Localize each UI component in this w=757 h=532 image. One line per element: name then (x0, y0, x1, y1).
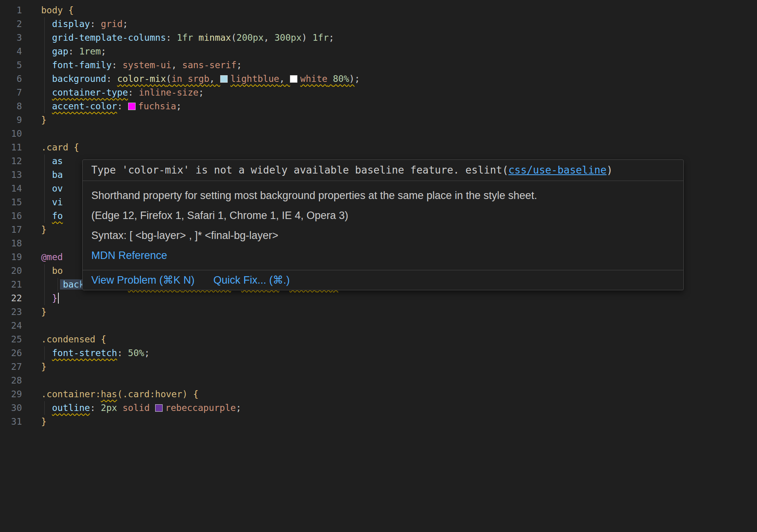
code-token: ba (52, 170, 63, 180)
code-line[interactable]: 23} (0, 305, 757, 319)
line-number: 17 (0, 223, 22, 237)
code-token: gap (52, 46, 69, 56)
code-token (41, 348, 52, 358)
line-content[interactable]: gap: 1rem; (41, 45, 106, 58)
code-token: font-stretch (52, 348, 117, 358)
code-token: lightblue (230, 74, 279, 84)
code-line[interactable]: 28 (0, 374, 757, 387)
line-content[interactable]: font-stretch: 50%; (41, 346, 150, 360)
code-line[interactable]: 27} (0, 360, 757, 374)
mdn-reference-link[interactable]: MDN Reference (91, 250, 167, 261)
color-swatch[interactable] (290, 75, 297, 83)
line-content[interactable]: } (41, 305, 47, 319)
line-number: 10 (0, 127, 22, 141)
code-token: : (112, 60, 123, 70)
code-token: accent-color (52, 101, 117, 111)
code-token: : (90, 19, 101, 29)
color-swatch[interactable] (128, 103, 136, 110)
indent-guide (44, 17, 45, 31)
code-token: color-mix (117, 74, 166, 84)
code-token (41, 87, 52, 98)
code-token: grid-template-columns (52, 33, 166, 43)
code-line[interactable]: 11.card { (0, 141, 757, 154)
indent-guide (44, 401, 45, 415)
line-content[interactable]: ba (41, 168, 63, 182)
line-content[interactable]: } (41, 291, 59, 305)
code-line[interactable]: 3 grid-template-columns: 1fr minmax(200p… (0, 31, 757, 45)
code-line[interactable]: 4 gap: 1rem; (0, 45, 757, 58)
line-content[interactable]: @med (41, 250, 63, 264)
indent-guide (44, 31, 45, 45)
diagnostic-text-close: ) (607, 164, 613, 176)
code-line[interactable]: 25.condensed { (0, 333, 757, 346)
code-line[interactable]: 1body { (0, 4, 757, 17)
code-token: 2px (101, 403, 117, 413)
code-token: : (90, 403, 101, 413)
line-content[interactable]: outline: 2px solid rebeccapurple; (41, 401, 241, 415)
code-token: in srgb (171, 74, 209, 84)
line-content[interactable]: } (41, 360, 47, 374)
code-token: } (41, 115, 47, 125)
line-content[interactable]: ov (41, 182, 63, 195)
code-token: : (166, 33, 177, 43)
code-token (193, 33, 199, 43)
line-content[interactable]: } (41, 223, 47, 237)
line-content[interactable]: } (41, 415, 47, 429)
color-swatch[interactable] (155, 404, 163, 412)
hover-actions: View Problem (⌘K N) Quick Fix... (⌘.) (83, 270, 683, 290)
code-token: : (68, 46, 79, 56)
hover-tooltip: Type 'color-mix' is not a widely availab… (82, 159, 684, 290)
code-token (41, 197, 52, 207)
line-content[interactable]: container-type: inline-size; (41, 86, 204, 100)
code-line[interactable]: 29.container:has(.card:hover) { (0, 387, 757, 401)
line-content[interactable]: background: color-mix(in srgb, lightblue… (41, 72, 360, 86)
code-line[interactable]: 7 container-type: inline-size; (0, 86, 757, 100)
line-number: 9 (0, 113, 22, 127)
indent-guide (44, 346, 45, 360)
quick-fix-action[interactable]: Quick Fix... (⌘.) (214, 273, 290, 287)
code-line[interactable]: 30 outline: 2px solid rebeccapurple; (0, 401, 757, 415)
code-token (41, 101, 52, 111)
view-problem-action[interactable]: View Problem (⌘K N) (91, 273, 195, 287)
code-line[interactable]: 5 font-family: system-ui, sans-serif; (0, 58, 757, 72)
eslint-rule-link[interactable]: css/use-baseline (508, 164, 606, 176)
code-token (41, 266, 52, 276)
code-line[interactable]: 9} (0, 113, 757, 127)
code-line[interactable]: 24 (0, 319, 757, 333)
code-token (41, 170, 52, 180)
code-line[interactable]: 6 background: color-mix(in srgb, lightbl… (0, 72, 757, 86)
code-token: @med (41, 252, 63, 262)
line-number: 1 (0, 4, 22, 17)
line-content[interactable]: display: grid; (41, 17, 128, 31)
code-token: ( (166, 74, 172, 84)
line-content[interactable]: accent-color: fuchsia; (41, 100, 181, 113)
code-line[interactable]: 10 (0, 127, 757, 141)
line-content[interactable]: grid-template-columns: 1fr minmax(200px,… (41, 31, 334, 45)
code-token: body (41, 5, 68, 15)
line-content[interactable]: fo (41, 209, 63, 223)
code-token: ; (101, 46, 106, 56)
line-content[interactable]: as (41, 154, 63, 168)
code-line[interactable]: 2 display: grid; (0, 17, 757, 31)
code-token: fo (52, 211, 63, 221)
line-content[interactable]: bo (41, 264, 63, 278)
code-token: grid (101, 19, 122, 29)
code-token: as (52, 156, 63, 166)
code-token: white (300, 74, 327, 84)
line-content[interactable]: .condensed { (41, 333, 106, 346)
code-token: display (52, 19, 90, 29)
code-token: .card (41, 142, 74, 152)
line-content[interactable]: .container:has(.card:hover) { (41, 387, 199, 401)
code-line[interactable]: 31} (0, 415, 757, 429)
line-content[interactable]: body { (41, 4, 74, 17)
code-token: } (41, 416, 47, 427)
code-line[interactable]: 26 font-stretch: 50%; (0, 346, 757, 360)
line-content[interactable]: font-family: system-ui, sans-serif; (41, 58, 242, 72)
line-content[interactable]: vi (41, 195, 63, 209)
code-line[interactable]: 22 } (0, 291, 757, 305)
color-swatch[interactable] (220, 75, 228, 83)
line-content[interactable]: } (41, 113, 47, 127)
indent-guide (44, 58, 45, 72)
line-content[interactable]: .card { (41, 141, 79, 154)
code-line[interactable]: 8 accent-color: fuchsia; (0, 100, 757, 113)
